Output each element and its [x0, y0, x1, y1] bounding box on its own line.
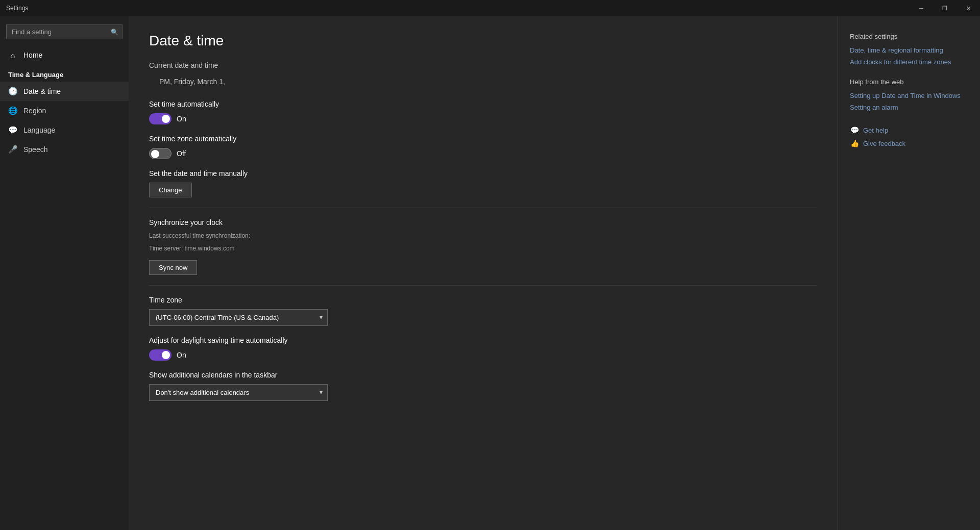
additional-cal-label: Show additional calendars in the taskbar	[149, 371, 817, 379]
additional-cal-dropdown[interactable]: Don't show additional calendarsSimplifie…	[149, 384, 328, 401]
set-time-auto-toggle-row: On	[149, 113, 817, 124]
toggle-track-off	[149, 148, 172, 159]
related-settings-title: Related settings	[850, 33, 968, 40]
give-feedback-item[interactable]: 👍 Give feedback	[850, 139, 968, 148]
sidebar-item-label: Language	[23, 126, 55, 134]
close-button[interactable]: ✕	[957, 0, 980, 16]
set-manual-label: Set the date and time manually	[149, 169, 817, 178]
toggle-thumb-daylight	[162, 351, 170, 359]
get-help-icon: 💬	[850, 125, 859, 135]
divider-1	[149, 208, 817, 208]
sidebar-item-speech[interactable]: 🎤 Speech	[0, 140, 129, 159]
sync-description-1: Last successful time synchronization:	[149, 232, 817, 240]
language-icon: 💬	[8, 125, 17, 135]
page-title: Date & time	[149, 33, 817, 49]
sync-clock-label: Synchronize your clock	[149, 218, 817, 226]
sidebar-item-date-time[interactable]: 🕐 Date & time	[0, 82, 129, 101]
get-help-label: Get help	[863, 127, 888, 134]
timezone-dropdown[interactable]: (UTC-06:00) Central Time (US & Canada)(U…	[149, 309, 328, 326]
timezone-dropdown-wrapper: (UTC-06:00) Central Time (US & Canada)(U…	[149, 309, 328, 326]
help-link-setup[interactable]: Setting up Date and Time in Windows	[850, 92, 968, 99]
set-time-auto-row: Set time automatically On	[149, 100, 817, 124]
sync-description-2: Time server: time.windows.com	[149, 244, 817, 253]
search-input[interactable]	[6, 24, 122, 39]
restore-button[interactable]: ❐	[933, 0, 957, 16]
get-help-item[interactable]: 💬 Get help	[850, 125, 968, 135]
sidebar-item-language[interactable]: 💬 Language	[0, 120, 129, 140]
sidebar-item-label: Speech	[23, 145, 47, 154]
search-container: 🔍	[6, 24, 122, 39]
help-from-web-title: Help from the web	[850, 78, 968, 86]
set-timezone-auto-label: Set time zone automatically	[149, 135, 817, 143]
change-button[interactable]: Change	[149, 183, 192, 197]
timezone-label: Time zone	[149, 296, 817, 304]
set-timezone-auto-row: Set time zone automatically Off	[149, 135, 817, 159]
app-layout: 🔍 ⌂ Home Time & Language 🕐 Date & time 🌐…	[0, 16, 980, 530]
toggle-track-on	[149, 113, 172, 124]
home-icon: ⌂	[8, 51, 17, 60]
titlebar-controls: ─ ❐ ✕	[910, 0, 980, 16]
sync-now-button[interactable]: Sync now	[149, 260, 197, 275]
divider-2	[149, 285, 817, 286]
sidebar: 🔍 ⌂ Home Time & Language 🕐 Date & time 🌐…	[0, 16, 129, 530]
help-link-alarm[interactable]: Setting an alarm	[850, 104, 968, 111]
feedback-label: Give feedback	[863, 140, 905, 147]
related-link-formatting[interactable]: Date, time & regional formatting	[850, 46, 968, 54]
daylight-row: Adjust for daylight saving time automati…	[149, 336, 817, 361]
speech-icon: 🎤	[8, 145, 17, 154]
additional-cal-dropdown-wrapper: Don't show additional calendarsSimplifie…	[149, 384, 328, 401]
titlebar: Settings ─ ❐ ✕	[0, 0, 980, 16]
titlebar-title: Settings	[6, 5, 28, 12]
daylight-toggle[interactable]	[149, 349, 172, 361]
set-timezone-auto-toggle[interactable]	[149, 148, 172, 159]
related-link-clocks[interactable]: Add clocks for different time zones	[850, 58, 968, 66]
toggle-track-daylight	[149, 349, 172, 361]
set-timezone-auto-toggle-row: Off	[149, 148, 817, 159]
toggle-thumb	[151, 150, 159, 158]
sidebar-item-home[interactable]: ⌂ Home	[0, 45, 129, 65]
daylight-state: On	[177, 351, 186, 359]
date-time-icon: 🕐	[8, 87, 17, 96]
sync-clock-row: Synchronize your clock Last successful t…	[149, 218, 817, 275]
search-icon: 🔍	[111, 29, 118, 36]
sidebar-section-label: Time & Language	[0, 65, 129, 82]
set-time-auto-state: On	[177, 115, 186, 123]
sidebar-item-region[interactable]: 🌐 Region	[0, 101, 129, 120]
main-content: Date & time Current date and time PM, Fr…	[129, 16, 837, 530]
sidebar-item-label: Region	[23, 107, 46, 115]
current-time-display: PM, Friday, March 1,	[149, 78, 817, 86]
region-icon: 🌐	[8, 106, 17, 115]
set-timezone-auto-state: Off	[177, 149, 186, 158]
daylight-toggle-row: On	[149, 349, 817, 361]
daylight-label: Adjust for daylight saving time automati…	[149, 336, 817, 344]
current-date-section-title: Current date and time	[149, 61, 817, 69]
set-manual-row: Set the date and time manually Change	[149, 169, 817, 197]
additional-cal-row: Show additional calendars in the taskbar…	[149, 371, 817, 401]
set-time-auto-toggle[interactable]	[149, 113, 172, 124]
sidebar-item-label: Date & time	[23, 87, 61, 95]
set-time-auto-label: Set time automatically	[149, 100, 817, 108]
toggle-thumb	[162, 115, 170, 123]
timezone-row: Time zone (UTC-06:00) Central Time (US &…	[149, 296, 817, 326]
sidebar-home-label: Home	[23, 51, 42, 59]
feedback-icon: 👍	[850, 139, 859, 148]
minimize-button[interactable]: ─	[910, 0, 933, 16]
right-panel: Related settings Date, time & regional f…	[837, 16, 980, 530]
